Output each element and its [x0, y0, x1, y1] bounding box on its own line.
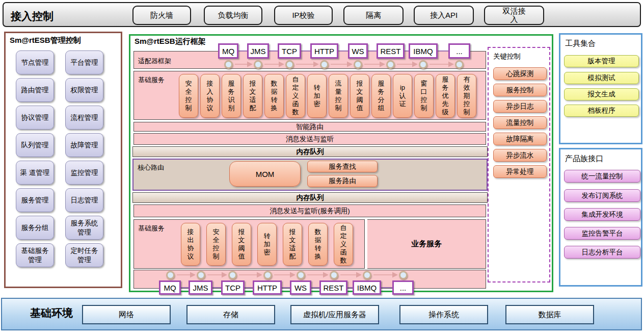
protocol-top-ws: WS — [348, 43, 368, 59]
inbound-services-band: 基础服务 安全控制 接入协议 服务识别 报文适配 数据转换 自定义函数 转加密 … — [133, 71, 486, 120]
connector-node-icon — [285, 60, 294, 69]
connector-node-icon — [354, 60, 362, 69]
connector-node-icon — [228, 271, 237, 279]
protocol-top-tcp: TCP — [278, 43, 301, 59]
svc-ip-auth: ip认证 — [393, 74, 412, 118]
key-fault-isolation: 故障隔离 — [493, 133, 547, 145]
isolation-box: 隔离 — [343, 6, 404, 25]
mgmt-fault: 故障管理 — [65, 133, 103, 157]
svc-msg-adapt-out: 报文适配 — [283, 223, 302, 266]
svc-msg-adapt-in: 报文适配 — [243, 74, 262, 118]
msg-listen-band: 消息发送与监听 — [133, 133, 486, 145]
key-control-panel: 关键控制 心跳探测 服务控制 异步日志 流量控制 故障隔离 异步流水 异常处理 — [488, 47, 550, 282]
mgmt-log: 日志管理 — [65, 188, 103, 212]
adapter-label: 适配器框架 — [138, 57, 171, 66]
svc-data-transform-in: 数据转换 — [264, 74, 284, 118]
protocol-bottom-tcp: TCP — [221, 280, 245, 295]
tool-msg-generate: 报文生成 — [564, 88, 639, 100]
tools-title: 工具集合 — [565, 39, 596, 48]
access-control-bar: 接入控制 防火墙 负载均衡 IP校验 隔离 接入API 双活接入 — [3, 2, 641, 27]
connector-node-icon — [297, 271, 305, 279]
key-traffic-control: 流量控制 — [493, 116, 547, 129]
tool-stub-program: 档板程序 — [564, 105, 639, 117]
mgmt-service-system: 服务系统管理 — [65, 216, 103, 240]
product-ide: 集成开发环境 — [564, 208, 640, 221]
service-route-box: 服务路由 — [307, 175, 378, 187]
protocol-bottom-ws: WS — [290, 280, 311, 295]
protocol-bottom-rest: REST — [319, 280, 347, 295]
management-grid: 节点管理 平台管理 路由管理 权限管理 协议管理 流程管理 队列管理 故障管理 … — [16, 50, 114, 267]
protocol-top-more: ... — [448, 43, 470, 59]
product-pubsub: 发布订阅系统 — [564, 189, 640, 202]
product-family-title: 产品族接口 — [565, 154, 603, 164]
mgmt-monitor: 监控管理 — [65, 161, 103, 185]
svc-data-transform-out: 数据转换 — [308, 223, 328, 266]
svc-msg-threshold-out: 报文阈值 — [232, 223, 251, 266]
mgmt-node: 节点管理 — [16, 50, 54, 74]
connector-node-icon — [399, 271, 408, 279]
key-service-control: 服务控制 — [493, 84, 547, 96]
env-storage: 存储 — [186, 305, 275, 324]
base-environment-bar: 基础环境 网络 存储 虚拟机/应用服务器 操作系统 数据库 — [1, 298, 642, 330]
svc-custom-func-in: 自定义函数 — [286, 74, 305, 118]
connector-node-icon — [455, 60, 464, 69]
msg-listen-invoke-band: 消息发送与监听(服务调用) — [133, 204, 486, 217]
svc-identify: 服务识别 — [222, 74, 241, 118]
core-routing-label: 核心路由 — [138, 163, 164, 172]
svc-custom-func-out: 自定义函数 — [334, 223, 353, 266]
mgmt-service-group: 服务分组 — [16, 216, 54, 240]
protocol-top-rest: REST — [377, 43, 405, 59]
tool-version-mgmt: 版本管理 — [564, 55, 639, 67]
protocol-bottom-jms: JMS — [189, 280, 212, 295]
svc-encrypt-in: 转加密 — [307, 74, 327, 118]
mom-box: MOM — [229, 161, 301, 187]
svc-priority: 服务优先级 — [436, 74, 455, 118]
svc-security-in: 安全控制 — [179, 74, 198, 118]
product-log-analysis: 日志分析平台 — [564, 246, 640, 259]
outbound-services-band: 基础服务 接出协议 安全控制 报文阈值 转加密 报文适配 数据转换 自定义函数 … — [133, 219, 486, 269]
svc-encrypt-out: 转加密 — [257, 223, 277, 266]
mgmt-queue: 队列管理 — [16, 133, 54, 157]
env-database: 数据库 — [505, 305, 594, 324]
mgmt-protocol: 协议管理 — [16, 106, 54, 130]
svc-out-protocol: 接出协议 — [181, 223, 200, 266]
access-api-box: 接入API — [414, 6, 474, 25]
key-async-flow: 异步流水 — [493, 149, 547, 162]
management-panel-title: Sm@rtESB管理控制 — [10, 36, 81, 45]
mgmt-service: 服务管理 — [16, 188, 54, 212]
management-panel: Sm@rtESB管理控制 节点管理 平台管理 路由管理 权限管理 协议管理 流程… — [4, 32, 122, 288]
tools-panel: 工具集合 版本管理 模拟测试 报文生成 档板程序 — [559, 33, 642, 144]
connector-node-icon — [166, 271, 175, 279]
connector-node-icon — [363, 271, 371, 279]
load-balance-box: 负载均衡 — [204, 6, 262, 25]
connector-node-icon — [419, 60, 427, 69]
core-routing-section: 核心路由 MOM 服务查找 服务路由 — [132, 159, 488, 191]
product-unified-traffic: 统一流量控制 — [564, 170, 640, 183]
tool-simulation-test: 模拟测试 — [564, 72, 639, 84]
env-network: 网络 — [82, 305, 171, 324]
protocol-bottom-more: ... — [392, 280, 414, 295]
memory-queue-bottom-band: 内存队列 — [132, 192, 488, 203]
product-monitor-alert: 监控告警平台 — [564, 227, 640, 240]
svc-traffic-ctrl: 流量控制 — [329, 74, 348, 118]
ip-verify-box: IP校验 — [274, 6, 333, 25]
protocol-top-http: HTTP — [310, 43, 338, 59]
connector-node-icon — [386, 60, 395, 69]
esb-architecture-diagram: 接入控制 防火墙 负载均衡 IP校验 隔离 接入API 双活接入 Sm@rtES… — [0, 0, 644, 334]
mgmt-routing: 路由管理 — [16, 78, 54, 102]
runtime-title: Sm@rtESB运行框架 — [135, 37, 206, 46]
env-os: 操作系统 — [399, 305, 488, 324]
service-lookup-box: 服务查找 — [307, 161, 378, 172]
protocol-bottom-mq: MQ — [159, 280, 181, 295]
protocol-top-ibmq: IBMQ — [409, 43, 438, 59]
inbound-services-label: 基础服务 — [138, 75, 165, 85]
connector-node-icon — [197, 271, 205, 279]
access-control-title: 接入控制 — [11, 9, 53, 23]
key-heartbeat: 心跳探测 — [493, 67, 547, 80]
memory-queue-top-band: 内存队列 — [132, 146, 488, 157]
connector-node-icon — [224, 60, 233, 69]
mgmt-channel: 渠 道管理 — [16, 161, 54, 185]
protocol-bottom-ibmq: IBMQ — [353, 280, 381, 295]
mgmt-platform: 平台管理 — [65, 50, 103, 74]
outbound-services-label: 基础服务 — [138, 224, 165, 233]
